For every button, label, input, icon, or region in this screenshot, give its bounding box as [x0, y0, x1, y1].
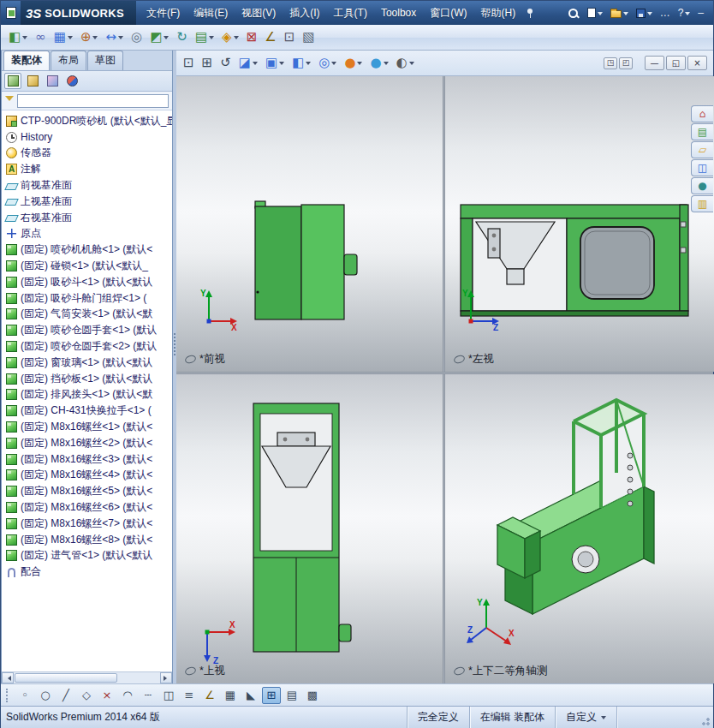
smart-dimension-tool[interactable]: ∠	[200, 687, 219, 704]
line-tool[interactable]: ╱	[57, 687, 75, 704]
configurationmanager-tab[interactable]	[44, 73, 61, 89]
tree-item[interactable]: (固定) 吸砂斗舱门组焊<1> (	[2, 290, 172, 307]
insert-components-button[interactable]: ◧	[5, 27, 31, 48]
sketch-fillet-tool[interactable]: ◠	[118, 687, 137, 704]
viewport-layout-button-1[interactable]: ◳	[604, 57, 617, 69]
viewport-layout-button-2[interactable]: ◰	[619, 57, 633, 69]
tree-item[interactable]: 右视基准面	[2, 210, 172, 226]
scrollbar-thumb[interactable]	[15, 673, 117, 683]
menu-help[interactable]: 帮助(H)	[474, 1, 523, 25]
view-sheet-button[interactable]: ▤	[283, 687, 301, 704]
centerline-tool[interactable]: ┄	[139, 687, 158, 704]
bill-of-materials-button[interactable]: ▤	[192, 27, 217, 48]
search-button[interactable]	[564, 4, 582, 21]
tree-item[interactable]: (固定) M8x16螺丝<1> (默认<	[2, 419, 172, 435]
tree-item[interactable]: (固定) M8x16螺丝<7> (默认<	[2, 516, 172, 532]
move-component-button[interactable]: ↔	[102, 27, 127, 48]
menu-file[interactable]: 文件(F)	[140, 1, 187, 25]
tree-item[interactable]: CTP-900DR喷砂机 (默认<默认_显	[2, 113, 172, 129]
menu-edit[interactable]: 编辑(E)	[187, 1, 235, 25]
tree-item[interactable]: (固定) 挡砂板<1> (默认<默认	[2, 371, 172, 387]
polygon-tool[interactable]: ◇	[77, 687, 96, 704]
tree-item[interactable]: 原点	[2, 226, 172, 242]
assembly-features-button[interactable]: ◩	[146, 27, 172, 48]
tree-item[interactable]: (固定) 进气管<1> (默认<默认	[2, 548, 172, 564]
close-document-button[interactable]: ×	[687, 56, 707, 70]
tree-item[interactable]: (固定) 喷砂机机舱<1> (默认<	[2, 242, 172, 258]
propertymanager-tab[interactable]	[24, 73, 41, 89]
tree-item[interactable]: (固定) 吸砂斗<1> (默认<默认	[2, 274, 172, 290]
convert-entities-tool[interactable]: ◣	[241, 687, 260, 704]
customize-menu[interactable]: 自定义	[555, 707, 616, 728]
mirror-entities-tool[interactable]: ◫	[159, 687, 178, 704]
hide-show-items-button[interactable]: ◎	[315, 53, 340, 74]
custom-properties-tab[interactable]: ▥	[691, 195, 713, 212]
show-hidden-components-button[interactable]: ◎	[128, 27, 146, 48]
interference-detection-button[interactable]: ⊠	[243, 27, 261, 48]
tab-layout[interactable]: 布局	[51, 51, 86, 70]
save-button[interactable]	[634, 4, 655, 21]
featuremanager-tab[interactable]	[4, 73, 21, 89]
filter-input[interactable]	[17, 94, 169, 108]
view-orientation-button[interactable]: ▣	[262, 53, 288, 74]
mass-properties-button[interactable]: ⊡	[281, 27, 299, 48]
viewport-pane-left[interactable]: Y Z *左视	[445, 76, 714, 372]
tree-item[interactable]: (固定) CH-431快换拉手<1> (	[2, 403, 172, 419]
appearances-scenes-tab[interactable]: ●	[691, 177, 713, 194]
tree-item[interactable]: (固定) 气筒安装<1> (默认<默	[2, 307, 172, 323]
mate-button[interactable]: ∞	[32, 27, 50, 48]
viewport-horizontal-splitter[interactable]	[176, 372, 713, 374]
viewport-vertical-splitter[interactable]	[443, 76, 445, 683]
view-palette-tab[interactable]: ◫	[691, 159, 713, 176]
tree-item[interactable]: (固定) 喷砂仓圆手套<2> (默认	[2, 338, 172, 355]
restore-document-button[interactable]: ◱	[666, 56, 686, 70]
tree-item[interactable]: 前视基准面	[2, 177, 172, 194]
four-view-viewport-button[interactable]: ⊞	[262, 687, 281, 704]
edit-appearance-button[interactable]: ●	[341, 53, 366, 74]
tab-assembly[interactable]: 装配体	[3, 51, 50, 70]
viewport-pane-front[interactable]: Y X *前视	[176, 76, 443, 372]
minimize-document-button[interactable]: —	[645, 56, 664, 70]
viewport-pane-top[interactable]: X Z *上视	[176, 374, 443, 683]
menu-insert[interactable]: 插入(I)	[283, 1, 326, 25]
menu-tools[interactable]: 工具(T)	[327, 1, 374, 25]
trim-entities-tool[interactable]: ×	[98, 687, 116, 704]
apply-scene-button[interactable]: ●	[366, 53, 391, 74]
scroll-right-button[interactable]	[160, 672, 172, 683]
section-properties-button[interactable]: ▧	[299, 27, 318, 48]
pin-menu-icon[interactable]	[526, 7, 534, 19]
section-view-button[interactable]: ◪	[235, 53, 261, 74]
point-tool[interactable]: ◦	[15, 687, 34, 704]
open-document-button[interactable]	[608, 4, 631, 21]
tree-item[interactable]: (固定) M8x16螺丝<8> (默认<	[2, 532, 172, 548]
tree-item[interactable]: History	[2, 129, 172, 146]
resize-grip[interactable]	[699, 714, 711, 727]
view-settings-button[interactable]: ◐	[393, 53, 418, 74]
tree-item[interactable]: 配合	[2, 564, 172, 580]
exploded-view-button[interactable]: ◈	[218, 27, 242, 48]
menu-toolbox[interactable]: Toolbox	[374, 1, 423, 25]
tree-item[interactable]: (固定) 碰锁<1> (默认<默认_	[2, 258, 172, 274]
tree-item[interactable]: (固定) M8x16螺丝<5> (默认<	[2, 483, 172, 499]
zoom-to-area-button[interactable]: ⊞	[199, 53, 217, 74]
tree-item[interactable]: (固定) M8x16螺丝<4> (默认<	[2, 468, 172, 484]
design-library-tab[interactable]: ▤	[691, 123, 713, 140]
menu-view[interactable]: 视图(V)	[235, 1, 283, 25]
new-document-button[interactable]	[585, 4, 605, 21]
file-explorer-tab[interactable]: ▱	[691, 141, 713, 158]
solidworks-resources-tab[interactable]: ⌂	[691, 105, 713, 122]
tree-item[interactable]: (固定) 窗玻璃<1> (默认<默认	[2, 355, 172, 371]
zoom-to-fit-button[interactable]: ⊡	[180, 53, 198, 74]
offset-entities-tool[interactable]: ≡	[180, 687, 199, 704]
grid-snap-button[interactable]: ▩	[303, 687, 322, 704]
menu-window[interactable]: 窗口(W)	[423, 1, 473, 25]
tree-item[interactable]: 注解	[2, 161, 172, 177]
smart-fasteners-button[interactable]: ⊕	[77, 27, 102, 48]
help-button[interactable]: ?	[675, 4, 693, 21]
linear-sketch-pattern-tool[interactable]: ▦	[221, 687, 240, 704]
tree-item[interactable]: (固定) M8x16螺丝<2> (默认<	[2, 435, 172, 451]
measure-button[interactable]: ∠	[261, 27, 279, 48]
linear-component-pattern-button[interactable]: ▦	[51, 27, 76, 48]
tree-item[interactable]: (固定) M8x16螺丝<3> (默认<	[2, 451, 172, 468]
dimxpertmanager-tab[interactable]	[63, 73, 80, 89]
